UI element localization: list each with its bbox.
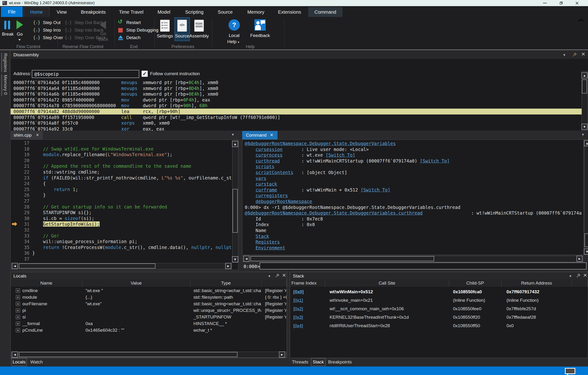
go-button[interactable]: Go (15, 19, 25, 44)
bottom-tab-stack[interactable]: Stack (311, 358, 326, 366)
source-line[interactable]: 32 (10, 227, 231, 233)
source-line[interactable]: 27 (10, 198, 231, 204)
follow-checkbox[interactable]: ✓ (142, 71, 148, 77)
source-line[interactable]: 35 return !CreateProcessW(module.c_str()… (10, 244, 231, 250)
expand-icon[interactable]: + (16, 322, 20, 326)
command-line[interactable]: Index : 0x0 (242, 222, 584, 228)
menu-tab-home[interactable]: Home (23, 7, 50, 17)
command-line[interactable]: Registers (242, 239, 584, 245)
frame-index-link[interactable]: [0x4] (293, 323, 303, 328)
source-line[interactable]: 30 si.cb = sizeof(si); (10, 216, 231, 221)
detach-button[interactable]: Detach (117, 34, 155, 42)
close-icon[interactable]: ✕ (581, 51, 585, 57)
locals-row-module[interactable]: +module{...}std::filesystem::path{ 0: rb… (10, 294, 287, 301)
go-dropdown-icon[interactable] (18, 39, 21, 41)
source-line[interactable]: 22 std::wstring cmdline; (10, 169, 231, 175)
command-line[interactable]: Id : 0x7ec8 (242, 216, 584, 222)
pin-icon[interactable] (576, 273, 581, 279)
command-line[interactable]: curprocess : wt.exe [Switch To] (242, 152, 584, 158)
command-line[interactable]: curstack (242, 181, 584, 187)
disassembly-line[interactable]: 00007ff6`07914a64 0f1185d4000000 movups … (10, 85, 582, 91)
command-line[interactable]: curregisters (242, 193, 584, 198)
close-icon[interactable]: ✕ (270, 133, 273, 137)
stack-frame-row[interactable]: [0x2]wt!__scrt_common_main_seh+0x1060x10… (290, 305, 588, 313)
source-line[interactable]: 29 STARTUPINFOW si{}; (10, 210, 231, 216)
tab-shim-cpp[interactable]: shim.cpp ✕ (10, 131, 43, 139)
locals-row-cmdline[interactable]: +cmdline"wt.exe "std::basic_string<wchar… (10, 288, 287, 294)
expand-icon[interactable]: + (16, 328, 20, 332)
locals-row-si[interactable]: +si_STARTUPINFOW[Register 'rsp (10, 314, 287, 321)
collapse-ribbon-icon[interactable] (578, 18, 585, 23)
column-header[interactable]: Child-SP (449, 280, 502, 287)
command-line[interactable]: @$debuggerRootNamespace.Debugger.State.D… (242, 141, 584, 146)
step-out-button[interactable]: {↑}Step Out (33, 19, 57, 26)
panel-menu-icon[interactable]: ▼ (231, 133, 234, 136)
close-button[interactable] (570, 0, 584, 6)
panel-dropdown-icon[interactable]: ▼ (563, 53, 566, 57)
source-editor[interactable]: 1718 // Swap wt[d].exe for WindowsTermin… (10, 139, 238, 270)
expand-icon[interactable]: + (16, 289, 20, 293)
column-header[interactable]: Frame Index (290, 280, 325, 287)
bottom-tab-watch[interactable]: Watch (29, 358, 44, 366)
frame-index-link[interactable]: [0x3] (293, 315, 303, 320)
feedback-bubble-icon[interactable] (565, 368, 575, 374)
disassembly-line[interactable]: 00007ff6`07914a5d 0f1185c4000000 movups … (10, 80, 582, 85)
frame-index-link[interactable]: [0x2] (293, 306, 303, 311)
panel-dropdown-icon[interactable]: ▼ (268, 274, 271, 278)
command-line[interactable]: debuggerRootNamespace (242, 198, 584, 204)
source-line[interactable]: 37 (10, 256, 231, 262)
column-header[interactable] (262, 280, 287, 287)
column-header[interactable]: Type (190, 280, 262, 287)
command-line[interactable]: Stack (242, 233, 584, 239)
source-line[interactable]: 28 // Get our startup info so it can be … (10, 204, 231, 210)
column-header[interactable]: Value (82, 280, 190, 287)
menu-tab-model[interactable]: Model (151, 7, 177, 17)
expand-icon[interactable]: + (16, 295, 20, 299)
expand-icon[interactable]: + (16, 308, 20, 312)
source-hscrollbar[interactable]: ◀ ▶ (11, 263, 232, 269)
source-line[interactable]: 18 // Swap wt[d].exe for WindowsTerminal… (10, 146, 231, 152)
command-output[interactable]: @$debuggerRootNamespace.Debugger.State.D… (242, 139, 584, 255)
locals-row-__formal[interactable]: +__formal0xaHINSTANCE__ * (10, 321, 287, 327)
menu-tab-view[interactable]: View (50, 7, 73, 17)
disassembly-line[interactable]: 00007ff6`07914a8f 0f57c0 xorps xmm0, xmm… (10, 120, 582, 126)
bottom-tab-breakpoints[interactable]: Breakpoints (327, 358, 353, 366)
command-hscrollbar[interactable]: ◀ ▶ (243, 256, 583, 262)
locals-row-ourFilename[interactable]: +ourFilename"wt.exe"std::basic_string<wc… (10, 301, 287, 307)
frame-index-link[interactable]: [0x0] (293, 289, 304, 294)
column-header[interactable]: Name (10, 280, 82, 287)
source-vscrollbar[interactable]: ▲ ▼ (232, 140, 238, 263)
command-line[interactable]: cursession : Live user mode: <Local> (242, 146, 584, 152)
command-line[interactable]: curthread : wt!wWinMainCRTStartup (00007… (242, 158, 584, 164)
close-icon[interactable]: ✕ (583, 272, 587, 278)
command-line[interactable]: Environment (242, 245, 584, 251)
close-icon[interactable]: ✕ (36, 133, 39, 137)
disassembly-line[interactable]: 00007ff6`07914a72 8985f4000000 mov dword… (10, 97, 582, 103)
source-line[interactable]: 33 // Go! (10, 233, 231, 239)
menu-tab-source[interactable]: Source (211, 7, 239, 17)
locals-row-pCmdLine[interactable]: +pCmdLine0x1465e604c32 : ""wchar_t * (10, 327, 287, 334)
step-over-button[interactable]: {→}Step Over (33, 34, 57, 42)
source-line[interactable]: 26 } (10, 192, 231, 198)
disassembly-line[interactable]: 00007ff6`07914a89 ff1571950000 call qwor… (10, 115, 582, 120)
menu-tab-command[interactable]: Command (308, 7, 343, 17)
go-back-button[interactable]: Go Back (97, 19, 109, 44)
break-button[interactable]: Break (1, 19, 14, 42)
pin-icon[interactable] (275, 273, 280, 279)
rail-tab-registers[interactable]: Registers (0, 52, 10, 73)
disassembly-vscrollbar[interactable]: ▲ ▼ (582, 71, 588, 131)
close-icon[interactable]: ✕ (282, 272, 286, 278)
stack-frame-row[interactable]: [0x1]wt!invoke_main+0x21(Inline Function… (290, 297, 588, 305)
menu-tab-memory[interactable]: Memory (241, 7, 271, 17)
menu-tab-time-travel[interactable]: Time Travel (114, 7, 149, 17)
bottom-tab-threads[interactable]: Threads (291, 358, 310, 366)
bottom-tab-locals[interactable]: Locals (11, 358, 27, 366)
column-header[interactable] (572, 280, 588, 287)
stack-frame-row[interactable]: [0x0]wt!wWinMain+0x5120x108550fca00x7ff6… (290, 288, 588, 297)
command-line[interactable]: @$debuggerRootNamespace.Debugger.State.D… (242, 210, 584, 216)
command-vscrollbar[interactable]: ▲ ▼ (584, 139, 588, 255)
menu-tab-extensions[interactable]: Extensions (273, 7, 306, 17)
command-line[interactable]: vars (242, 176, 584, 181)
menu-tab-breakpoints[interactable]: Breakpoints (75, 7, 112, 17)
source-line[interactable]: 23 if (FAILED(wil::str_printf_nothrow(cm… (10, 175, 231, 181)
